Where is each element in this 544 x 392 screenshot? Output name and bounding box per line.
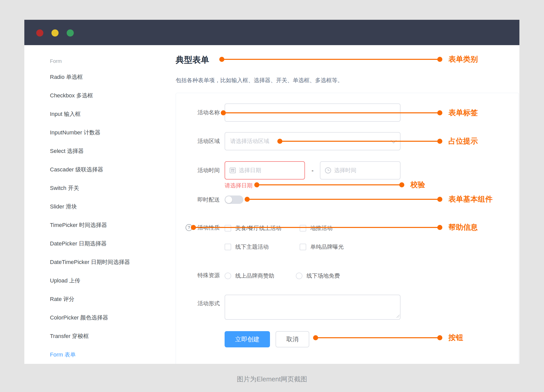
date-placeholder: 选择日期 [239, 167, 261, 174]
sidebar-item-form-active[interactable]: Form 表单 [50, 345, 156, 364]
region-placeholder: 请选择活动区域 [230, 137, 269, 145]
sidebar-section-form: Form [50, 58, 62, 64]
radio-icon [296, 273, 302, 279]
sidebar-item-switch[interactable]: Switch 开关 [50, 179, 156, 197]
field-label-instant-delivery: 即时配送 [176, 195, 220, 204]
window-close-icon [36, 29, 43, 37]
instant-delivery-switch[interactable] [225, 195, 243, 204]
field-label-special-resource: 特殊资源 [176, 272, 220, 279]
field-label-activity-region: 活动区域 [176, 132, 220, 150]
sidebar-item-timepicker[interactable]: TimePicker 时间选择器 [50, 216, 156, 234]
checkbox-food-online[interactable]: 美食/餐厅线上活动 [225, 224, 281, 232]
sidebar-item-cascader[interactable]: Cascader 级联选择器 [50, 160, 156, 179]
sidebar-item-datetimepicker[interactable]: DateTimePicker 日期时间选择器 [50, 253, 156, 271]
validation-message: 请选择日期 [225, 182, 252, 189]
sidebar-item-colorpicker[interactable]: ColorPicker 颜色选择器 [50, 308, 156, 327]
sidebar-item-upload[interactable]: Upload 上传 [50, 271, 156, 290]
time-picker-input[interactable]: 选择时间 [320, 161, 401, 180]
create-now-button[interactable]: 立即创建 [225, 331, 270, 347]
sidebar-item-transfer[interactable]: Transfer 穿梭框 [50, 327, 156, 345]
clock-icon [325, 167, 331, 173]
browser-window: Form Radio 单选框 Checkbox 多选框 Input 输入框 In… [24, 20, 519, 364]
activity-region-select[interactable]: 请选择活动区域 [225, 132, 401, 150]
checkbox-icon [225, 225, 231, 231]
sidebar-item-inputnumber[interactable]: InputNumber 计数器 [50, 123, 156, 142]
switch-knob [225, 196, 232, 203]
form-demo-panel: 活动名称 活动区域 请选择活动区域 活动时间 选择日期 - 选择时间 请选择日期… [176, 93, 519, 364]
checkbox-ground-promotion[interactable]: 地推活动 [300, 224, 333, 232]
time-placeholder: 选择时间 [334, 167, 356, 174]
field-label-activity-time: 活动时间 [176, 161, 220, 180]
calendar-icon [230, 168, 236, 173]
image-caption: 图片为Element网页截图 [0, 375, 544, 384]
activity-form-textarea[interactable] [225, 295, 401, 320]
sidebar-item-datepicker[interactable]: DatePicker 日期选择器 [50, 234, 156, 253]
radio-offline-venue[interactable]: 线下场地免费 [296, 272, 340, 280]
checkbox-icon [300, 244, 306, 250]
field-label-activity-nature: 活动性质 [176, 224, 220, 231]
sidebar-item-input[interactable]: Input 输入框 [50, 105, 156, 123]
radio-online-sponsor[interactable]: 线上品牌商赞助 [225, 272, 274, 280]
sidebar-item-checkbox[interactable]: Checkbox 多选框 [50, 86, 156, 105]
range-separator: - [307, 161, 318, 180]
browser-titlebar [24, 20, 519, 45]
checkbox-icon [300, 225, 306, 231]
sidebar-item-radio[interactable]: Radio 单选框 [50, 68, 156, 86]
checkbox-brand-exposure[interactable]: 单纯品牌曝光 [300, 243, 344, 251]
activity-name-input[interactable] [225, 103, 401, 122]
sidebar-item-rate[interactable]: Rate 评分 [50, 290, 156, 308]
field-label-activity-form: 活动形式 [176, 298, 220, 309]
radio-icon [225, 273, 231, 279]
page-title: 典型表单 [176, 54, 209, 65]
date-picker-input[interactable]: 选择日期 [225, 161, 305, 180]
window-minimize-icon [51, 29, 59, 37]
page-description: 包括各种表单项，比如输入框、选择器、开关、单选框、多选框等。 [176, 77, 343, 84]
window-maximize-icon [67, 29, 74, 37]
field-label-activity-name: 活动名称 [176, 103, 220, 122]
checkbox-offline-theme[interactable]: 线下主题活动 [225, 243, 269, 251]
sidebar-item-slider[interactable]: Slider 滑块 [50, 197, 156, 216]
sidebar-item-select[interactable]: Select 选择器 [50, 142, 156, 160]
checkbox-icon [225, 244, 231, 250]
chevron-down-icon [391, 138, 397, 144]
sidebar-menu: Radio 单选框 Checkbox 多选框 Input 输入框 InputNu… [50, 68, 156, 364]
cancel-button[interactable]: 取消 [276, 331, 309, 347]
